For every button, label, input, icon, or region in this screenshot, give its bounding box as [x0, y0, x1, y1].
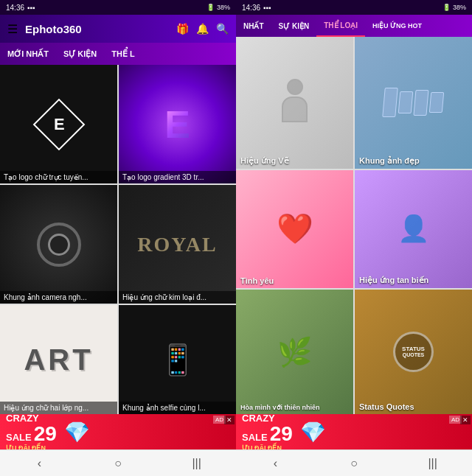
necklace-decoration: 💎 [64, 420, 90, 444]
right-phone: 14:36 ▪▪▪ 🔋 38% NHẤT SỰ KIỆN THỂ LOẠI HI… [236, 0, 472, 476]
cat-item-sketch[interactable]: Hiệu ứng Vẽ [236, 37, 353, 169]
tab-su-kien[interactable]: SỰ KIỆN [56, 43, 104, 65]
cat-label-dissolve: Hiệu ứng tan biến [355, 276, 472, 285]
grid-item-logo-gradient[interactable]: E Tạo logo gradient 3D tr... [119, 65, 236, 183]
grid-caption-6: Khung ảnh selfie cùng l... [119, 402, 236, 414]
left-grid: E Tạo logo chữ trực tuyến... E Tạo logo … [0, 65, 236, 414]
cat-item-status[interactable]: STATUS QUOTES Status Quotes [355, 290, 472, 414]
header-icons: 🎁 🔔 🔍 [176, 23, 229, 35]
bell-icon[interactable]: 🔔 [196, 23, 209, 35]
right-signal: ▪▪▪ [263, 4, 271, 12]
left-ad-close-icon[interactable]: ✕ [224, 416, 235, 424]
gift-icon[interactable]: 🎁 [176, 23, 189, 35]
right-tab-the-loai[interactable]: THỂ LOẠI [316, 15, 365, 37]
right-nav-tabs: NHẤT SỰ KIỆN THỂ LOẠI HIỆU ỨNG HOT [236, 15, 472, 37]
right-time: 14:36 [242, 4, 260, 12]
left-battery: 38% [217, 4, 230, 11]
cat-item-frames[interactable]: Khung ảnh đẹp [355, 37, 472, 169]
right-home-button[interactable]: ○ [332, 457, 376, 470]
right-status-bar: 14:36 ▪▪▪ 🔋 38% [236, 0, 472, 15]
right-status-right: 🔋 38% [442, 4, 466, 11]
grid-item-art[interactable]: ART Hiệu ứng chữ hai lớp ng... [0, 305, 117, 414]
left-status-bar: 14:36 ▪▪▪ 🔋 38% [0, 0, 236, 15]
grid-item-selfie[interactable]: 📱 Khung ảnh selfie cùng l... [119, 305, 236, 414]
diamond-icon: E [32, 98, 85, 150]
recents-button[interactable]: ||| [175, 457, 219, 470]
left-header: ☰ Ephoto360 🎁 🔔 🔍 [0, 15, 236, 43]
left-time: 14:36 [6, 4, 24, 12]
left-status-left: 14:36 ▪▪▪ [6, 4, 35, 12]
mirror-frames-icon [382, 88, 444, 117]
dissolve-icon: 👤 [398, 214, 430, 244]
cat-item-nature[interactable]: 🌿 Hòa mình với thiên nhiên [236, 290, 353, 414]
left-ad-banner[interactable]: CRAZY SALE 29 ƯU ĐÃI ĐẾN 💎 AD ✕ [0, 414, 236, 449]
heart-icon: ❤️ [277, 211, 313, 246]
home-button[interactable]: ○ [96, 457, 140, 470]
cat-label-status: Status Quotes [355, 402, 472, 411]
tab-moi-nhat[interactable]: MỚI NHẤT [0, 43, 56, 65]
right-cat-grid: Hiệu ứng Vẽ Khung ảnh đẹp ❤️ Tình yêu [236, 37, 472, 414]
cat-item-dissolve[interactable]: 👤 Hiệu ứng tan biến [355, 170, 472, 289]
phone-selfie-icon: 📱 [159, 343, 196, 377]
right-battery-icon: 🔋 [442, 4, 451, 11]
left-signal: ▪▪▪ [27, 4, 35, 12]
left-ad-sale: SALE [6, 432, 32, 443]
tab-the-loai[interactable]: THỂ L [104, 43, 142, 65]
grid-caption-5: Hiệu ứng chữ hai lớp ng... [0, 402, 117, 414]
cat-label-nature: Hòa mình với thiên nhiên [236, 404, 353, 411]
right-necklace-decoration: 💎 [300, 420, 326, 444]
left-battery-icon: 🔋 [206, 4, 215, 11]
search-icon[interactable]: 🔍 [216, 23, 229, 35]
grid-item-camera[interactable]: Khung ảnh camera ngh... [0, 185, 117, 304]
app-logo: Ephoto360 [25, 23, 82, 35]
right-tab-su-kien[interactable]: SỰ KIỆN [271, 15, 317, 37]
right-ad-sale: SALE [242, 432, 268, 443]
right-status-left: 14:36 ▪▪▪ [242, 4, 271, 12]
camera-icon [37, 223, 81, 267]
cat-item-love[interactable]: ❤️ Tình yêu [236, 170, 353, 289]
right-back-button[interactable]: ‹ [253, 457, 297, 470]
gradient-e-icon: E [164, 102, 190, 147]
grid-caption-1: Tạo logo chữ trực tuyến... [0, 171, 117, 183]
menu-icon[interactable]: ☰ [7, 22, 18, 36]
grid-caption-3: Khung ảnh camera ngh... [0, 291, 117, 304]
royal-icon: ROYAL [137, 233, 218, 256]
cat-label-frames: Khung ảnh đẹp [355, 156, 472, 166]
right-tab-hieu-ung-hot[interactable]: HIỆU ỨNG HOT [365, 15, 429, 37]
cat-label-sketch: Hiệu ứng Vẽ [236, 156, 353, 166]
status-quotes-icon: STATUS QUOTES [393, 332, 434, 372]
right-recents-button[interactable]: ||| [411, 457, 455, 470]
art-icon: ART [24, 343, 93, 377]
right-ad-banner[interactable]: CRAZY SALE 29 ƯU ĐÃI ĐẾN 💎 AD ✕ [236, 414, 472, 449]
right-ad-sub: ƯU ĐÃI ĐẾN [242, 444, 293, 450]
left-phone: 14:36 ▪▪▪ 🔋 38% ☰ Ephoto360 🎁 🔔 🔍 MỚI NH… [0, 0, 236, 476]
back-button[interactable]: ‹ [17, 457, 61, 470]
grid-caption-2: Tạo logo gradient 3D tr... [119, 171, 236, 183]
left-status-right: 🔋 38% [206, 4, 230, 11]
right-tab-nhat[interactable]: NHẤT [236, 15, 271, 37]
right-ad-close-icon[interactable]: ✕ [460, 416, 471, 424]
right-bottom-nav: ‹ ○ ||| [236, 449, 472, 476]
right-ad-number: 29 [270, 424, 293, 444]
left-ad-sub: ƯU ĐÃI ĐẾN [6, 444, 57, 450]
nature-icon: 🌿 [277, 336, 312, 368]
sketch-person-icon [277, 79, 313, 127]
left-nav-tabs: MỚI NHẤT SỰ KIỆN THỂ L [0, 43, 236, 65]
grid-item-royal[interactable]: ROYAL Hiệu ứng chữ kim loại đ... [119, 185, 236, 304]
grid-caption-4: Hiệu ứng chữ kim loại đ... [119, 291, 236, 304]
grid-item-logo-text[interactable]: E Tạo logo chữ trực tuyến... [0, 65, 117, 183]
left-ad-number: 29 [34, 424, 57, 444]
right-battery: 38% [453, 4, 466, 11]
cat-label-love: Tình yêu [236, 276, 353, 285]
left-bottom-nav: ‹ ○ ||| [0, 449, 236, 476]
